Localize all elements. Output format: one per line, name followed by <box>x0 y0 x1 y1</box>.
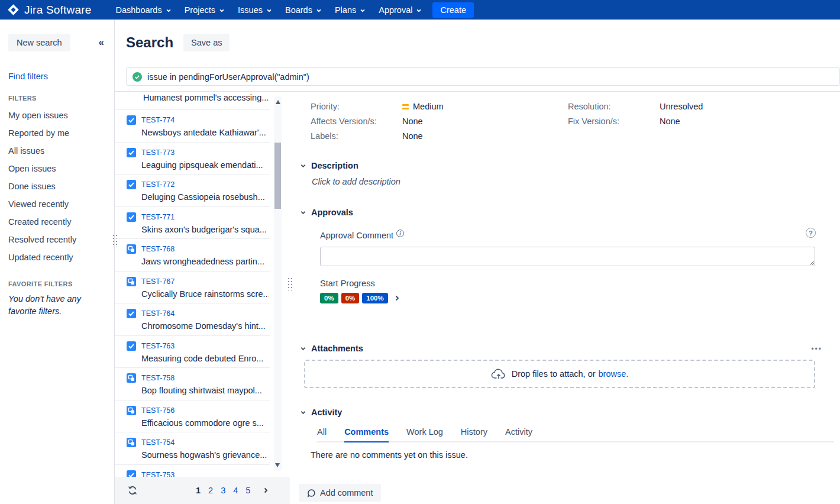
filter-list: My open issues Reported by me All issues… <box>8 106 106 266</box>
list-item[interactable]: TEST-753 <box>115 465 270 477</box>
sidebar-item-my-open-issues[interactable]: My open issues <box>8 106 106 124</box>
list-item[interactable]: TEST-772 Deluging Cassiopeia rosebush... <box>115 175 270 207</box>
task-icon <box>127 180 136 189</box>
approve-percent-badge[interactable]: 0% <box>320 293 338 303</box>
subtask-icon <box>127 277 136 286</box>
panel-resize-handle[interactable] <box>287 277 292 290</box>
sidebar-item-reported-by-me[interactable]: Reported by me <box>8 124 106 142</box>
sidebar-item-all-issues[interactable]: All issues <box>8 142 106 160</box>
field-value-priority: Medium <box>402 99 568 114</box>
list-item[interactable]: TEST-756 Efficacious commodore ogre s... <box>115 400 270 433</box>
issue-key: TEST-754 <box>141 438 175 447</box>
issue-key: TEST-756 <box>141 406 175 415</box>
page-2-link[interactable]: 2 <box>208 486 213 495</box>
list-item[interactable]: TEST-771 Skins axon's budgerigar's squa.… <box>115 207 270 240</box>
list-item[interactable]: TEST-774 Newsboys antedate Kathiawar'... <box>115 110 270 143</box>
approvals-section: Approvals ? Approval Comment i Start Pro… <box>311 208 840 303</box>
sidebar-item-open-issues[interactable]: Open issues <box>8 160 106 177</box>
list-scrollbar[interactable] <box>274 96 282 471</box>
list-item[interactable]: TEST-773 Leaguing pipsqueak emendati... <box>115 143 270 175</box>
filters-heading: FILTERS <box>8 95 106 102</box>
list-item[interactable]: TEST-754 Sourness hogwash's grievance... <box>115 432 270 465</box>
next-page-chevron-right-icon[interactable] <box>262 487 269 494</box>
scrollbar-thumb[interactable] <box>274 143 281 209</box>
sidebar-item-updated-recently[interactable]: Updated recently <box>8 248 106 266</box>
chevron-down-icon <box>219 8 225 14</box>
attachments-dropzone[interactable]: Drop files to attach, or browse. <box>304 360 815 388</box>
menu-projects[interactable]: Projects <box>178 0 231 20</box>
sidebar-item-created-recently[interactable]: Created recently <box>8 213 106 231</box>
issue-key: TEST-771 <box>141 213 175 221</box>
help-icon[interactable]: ? <box>806 228 816 238</box>
search-header: Search Save as issue in pendingForUserAp… <box>115 20 840 86</box>
start-progress-label: Start Progress <box>320 279 840 288</box>
attachments-section: Attachments ••• Drop files to attach, or… <box>311 344 840 388</box>
list-item[interactable]: TEST-764 Chromosome Domesday's hint... <box>115 303 270 336</box>
task-icon <box>127 212 136 222</box>
reject-percent-badge[interactable]: 0% <box>341 293 360 303</box>
save-as-button[interactable]: Save as <box>183 34 230 51</box>
subtask-icon <box>127 244 136 254</box>
more-options-icon[interactable]: ••• <box>811 345 822 353</box>
chevron-down-icon[interactable] <box>300 209 306 216</box>
chevron-down-icon <box>166 8 172 14</box>
issue-summary: Sourness hogwash's grievance... <box>141 450 269 460</box>
list-item[interactable]: TEST-767 Cyclically Bruce rainstorms scr… <box>115 272 270 304</box>
menu-boards[interactable]: Boards <box>279 0 328 20</box>
page-1-link[interactable]: 1 <box>196 486 201 495</box>
create-button[interactable]: Create <box>432 2 474 18</box>
chevron-down-icon[interactable] <box>300 345 306 352</box>
page-3-link[interactable]: 3 <box>221 486 225 495</box>
scroll-down-icon[interactable] <box>275 463 280 467</box>
new-search-button[interactable]: New search <box>8 34 70 51</box>
tab-all[interactable]: All <box>317 427 327 441</box>
tab-activity[interactable]: Activity <box>505 427 532 441</box>
sidebar-item-done-issues[interactable]: Done issues <box>8 177 106 195</box>
add-comment-button[interactable]: Add comment <box>299 484 381 502</box>
chevron-down-icon[interactable] <box>300 163 306 169</box>
chevron-down-icon[interactable] <box>300 409 306 416</box>
collapse-sidebar-icon[interactable]: « <box>99 37 106 49</box>
field-label-resolution: Resolution: <box>568 99 660 114</box>
menu-approval[interactable]: Approval <box>372 0 428 20</box>
tab-work-log[interactable]: Work Log <box>406 427 443 441</box>
list-item[interactable]: TEST-758 Bop flouting shirtwaist maypol.… <box>115 368 270 400</box>
issue-key: TEST-774 <box>141 116 175 124</box>
list-item[interactable]: TEST-768 Jaws wrongheadedness partin... <box>115 239 270 272</box>
jira-logo-icon <box>7 4 20 16</box>
field-value-fix-version: None <box>660 114 840 129</box>
page-5-link[interactable]: 5 <box>245 486 250 495</box>
field-value-affects-version: None <box>402 114 568 129</box>
refresh-icon[interactable] <box>127 485 138 496</box>
issue-summary: Measuring code debuted Enro... <box>141 354 269 363</box>
list-item[interactable]: Humanest pommel's accessing... <box>115 92 270 110</box>
pending-percent-badge[interactable]: 100% <box>362 293 387 303</box>
jql-search-input[interactable]: issue in pendingForUserApproval("admin") <box>126 67 840 86</box>
sidebar-item-viewed-recently[interactable]: Viewed recently <box>8 195 106 213</box>
info-icon[interactable]: i <box>396 230 404 237</box>
menu-issues[interactable]: Issues <box>231 0 279 20</box>
approval-comment-textarea[interactable] <box>320 247 815 266</box>
menu-plans[interactable]: Plans <box>328 0 372 20</box>
subtask-icon <box>127 438 136 447</box>
sidebar-item-resolved-recently[interactable]: Resolved recently <box>8 231 106 248</box>
scroll-up-icon[interactable] <box>276 100 280 104</box>
issue-list: Humanest pommel's accessing... TEST-774 … <box>115 92 290 477</box>
tab-history[interactable]: History <box>461 427 487 441</box>
issue-summary: Leaguing pipsqueak emendati... <box>141 160 269 170</box>
find-filters-link[interactable]: Find filters <box>8 72 106 81</box>
list-item[interactable]: TEST-763 Measuring code debuted Enro... <box>115 336 270 369</box>
menu-dashboards[interactable]: Dashboards <box>109 0 177 20</box>
add-description-placeholder[interactable]: Click to add description <box>312 177 840 186</box>
chevron-down-icon <box>360 8 366 14</box>
issue-key: TEST-753 <box>141 471 175 477</box>
browse-link[interactable]: browse. <box>599 369 629 379</box>
chevron-right-icon[interactable] <box>393 295 400 302</box>
app-brand[interactable]: Jira Software <box>7 4 91 17</box>
page-4-link[interactable]: 4 <box>233 486 238 495</box>
comment-bubble-icon <box>307 489 316 497</box>
issue-key: TEST-763 <box>141 342 175 350</box>
issue-key: TEST-772 <box>141 180 175 189</box>
valid-query-check-icon <box>133 72 142 82</box>
tab-comments[interactable]: Comments <box>344 427 389 442</box>
